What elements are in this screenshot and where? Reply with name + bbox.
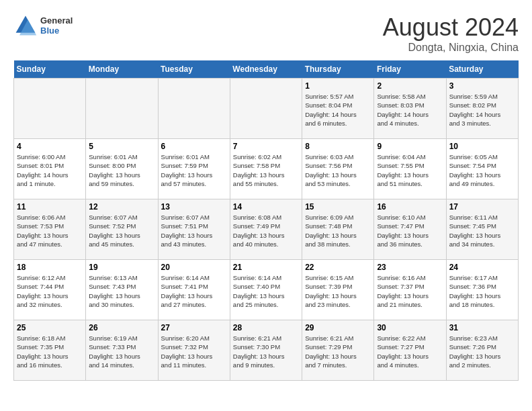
day-number: 20: [161, 263, 227, 272]
day-number: 4: [17, 142, 83, 151]
day-info: Sunrise: 6:02 AM Sunset: 7:58 PM Dayligh…: [233, 152, 299, 188]
day-cell: 20Sunrise: 6:14 AM Sunset: 7:41 PM Dayli…: [158, 260, 230, 320]
day-info: Sunrise: 6:19 AM Sunset: 7:33 PM Dayligh…: [89, 334, 154, 369]
day-cell: 12Sunrise: 6:07 AM Sunset: 7:52 PM Dayli…: [86, 199, 158, 260]
day-number: 3: [449, 81, 515, 91]
day-cell: 1Sunrise: 5:57 AM Sunset: 8:04 PM Daylig…: [302, 79, 374, 139]
day-info: Sunrise: 6:14 AM Sunset: 7:40 PM Dayligh…: [233, 273, 299, 309]
day-cell: 9Sunrise: 6:04 AM Sunset: 7:55 PM Daylig…: [374, 139, 446, 199]
day-cell: 17Sunrise: 6:11 AM Sunset: 7:45 PM Dayli…: [446, 199, 518, 260]
day-cell: 24Sunrise: 6:17 AM Sunset: 7:36 PM Dayli…: [446, 260, 518, 320]
day-info: Sunrise: 5:59 AM Sunset: 8:02 PM Dayligh…: [449, 92, 515, 128]
day-info: Sunrise: 6:23 AM Sunset: 7:26 PM Dayligh…: [449, 334, 515, 369]
day-info: Sunrise: 5:58 AM Sunset: 8:03 PM Dayligh…: [377, 92, 443, 128]
day-number: 9: [377, 142, 443, 151]
col-header-saturday: Saturday: [446, 60, 518, 79]
subtitle: Dongta, Ningxia, China: [383, 42, 519, 54]
day-number: 2: [377, 81, 443, 91]
day-number: 10: [449, 142, 515, 151]
week-row-4: 18Sunrise: 6:12 AM Sunset: 7:44 PM Dayli…: [14, 260, 519, 320]
day-cell: 23Sunrise: 6:16 AM Sunset: 7:37 PM Dayli…: [374, 260, 446, 320]
day-info: Sunrise: 6:10 AM Sunset: 7:47 PM Dayligh…: [377, 213, 443, 248]
day-cell: 18Sunrise: 6:12 AM Sunset: 7:44 PM Dayli…: [14, 260, 86, 320]
day-number: 22: [305, 263, 371, 272]
day-number: 18: [17, 263, 83, 272]
day-cell: 3Sunrise: 5:59 AM Sunset: 8:02 PM Daylig…: [446, 79, 518, 139]
day-cell: 14Sunrise: 6:08 AM Sunset: 7:49 PM Dayli…: [230, 199, 302, 260]
day-number: 27: [161, 323, 227, 332]
day-cell: 26Sunrise: 6:19 AM Sunset: 7:33 PM Dayli…: [86, 320, 158, 381]
day-cell: 15Sunrise: 6:09 AM Sunset: 7:48 PM Dayli…: [302, 199, 374, 260]
day-number: 14: [233, 202, 299, 212]
day-info: Sunrise: 6:21 AM Sunset: 7:30 PM Dayligh…: [233, 334, 299, 369]
day-cell: 10Sunrise: 6:05 AM Sunset: 7:54 PM Dayli…: [446, 139, 518, 199]
day-number: 13: [161, 202, 227, 212]
day-cell: [230, 79, 302, 139]
day-number: 11: [17, 202, 83, 212]
day-cell: 13Sunrise: 6:07 AM Sunset: 7:51 PM Dayli…: [158, 199, 230, 260]
day-info: Sunrise: 6:00 AM Sunset: 8:01 PM Dayligh…: [17, 152, 83, 188]
logo: General Blue: [13, 13, 73, 38]
logo-general: General: [40, 15, 73, 26]
day-info: Sunrise: 6:03 AM Sunset: 7:56 PM Dayligh…: [305, 152, 371, 188]
day-cell: 28Sunrise: 6:21 AM Sunset: 7:30 PM Dayli…: [230, 320, 302, 381]
day-info: Sunrise: 6:01 AM Sunset: 8:00 PM Dayligh…: [89, 152, 154, 188]
day-info: Sunrise: 6:14 AM Sunset: 7:41 PM Dayligh…: [161, 273, 227, 309]
day-info: Sunrise: 6:06 AM Sunset: 7:53 PM Dayligh…: [17, 213, 83, 248]
col-header-friday: Friday: [374, 60, 446, 79]
col-header-thursday: Thursday: [302, 60, 374, 79]
title-area: August 2024 Dongta, Ningxia, China: [383, 13, 519, 54]
day-number: 24: [449, 263, 515, 272]
day-info: Sunrise: 6:17 AM Sunset: 7:36 PM Dayligh…: [449, 273, 515, 309]
week-row-5: 25Sunrise: 6:18 AM Sunset: 7:35 PM Dayli…: [14, 320, 519, 381]
day-cell: 27Sunrise: 6:20 AM Sunset: 7:32 PM Dayli…: [158, 320, 230, 381]
day-cell: 4Sunrise: 6:00 AM Sunset: 8:01 PM Daylig…: [14, 139, 86, 199]
day-cell: 7Sunrise: 6:02 AM Sunset: 7:58 PM Daylig…: [230, 139, 302, 199]
day-cell: 8Sunrise: 6:03 AM Sunset: 7:56 PM Daylig…: [302, 139, 374, 199]
day-cell: 22Sunrise: 6:15 AM Sunset: 7:39 PM Dayli…: [302, 260, 374, 320]
day-info: Sunrise: 6:20 AM Sunset: 7:32 PM Dayligh…: [161, 334, 227, 369]
week-row-3: 11Sunrise: 6:06 AM Sunset: 7:53 PM Dayli…: [14, 199, 519, 260]
day-number: 12: [89, 202, 154, 212]
day-info: Sunrise: 6:09 AM Sunset: 7:48 PM Dayligh…: [305, 213, 371, 248]
day-number: 1: [305, 81, 371, 91]
day-info: Sunrise: 6:22 AM Sunset: 7:27 PM Dayligh…: [377, 334, 443, 369]
day-number: 15: [305, 202, 371, 212]
calendar-table: SundayMondayTuesdayWednesdayThursdayFrid…: [13, 60, 519, 381]
day-info: Sunrise: 6:15 AM Sunset: 7:39 PM Dayligh…: [305, 273, 371, 309]
col-header-sunday: Sunday: [14, 60, 86, 79]
day-info: Sunrise: 5:57 AM Sunset: 8:04 PM Dayligh…: [305, 92, 371, 128]
day-number: 26: [89, 323, 154, 332]
day-info: Sunrise: 6:07 AM Sunset: 7:52 PM Dayligh…: [89, 213, 154, 248]
day-cell: [14, 79, 86, 139]
day-number: 5: [89, 142, 154, 151]
day-number: 8: [305, 142, 371, 151]
day-number: 7: [233, 142, 299, 151]
day-info: Sunrise: 6:01 AM Sunset: 7:59 PM Dayligh…: [161, 152, 227, 188]
week-row-1: 1Sunrise: 5:57 AM Sunset: 8:04 PM Daylig…: [14, 79, 519, 139]
col-header-wednesday: Wednesday: [230, 60, 302, 79]
day-cell: 30Sunrise: 6:22 AM Sunset: 7:27 PM Dayli…: [374, 320, 446, 381]
day-number: 31: [449, 323, 515, 332]
day-number: 17: [449, 202, 515, 212]
day-info: Sunrise: 6:12 AM Sunset: 7:44 PM Dayligh…: [17, 273, 83, 309]
col-header-tuesday: Tuesday: [158, 60, 230, 79]
day-info: Sunrise: 6:13 AM Sunset: 7:43 PM Dayligh…: [89, 273, 154, 309]
day-cell: 25Sunrise: 6:18 AM Sunset: 7:35 PM Dayli…: [14, 320, 86, 381]
day-cell: [86, 79, 158, 139]
day-info: Sunrise: 6:05 AM Sunset: 7:54 PM Dayligh…: [449, 152, 515, 188]
day-number: 6: [161, 142, 227, 151]
col-header-monday: Monday: [86, 60, 158, 79]
day-cell: 31Sunrise: 6:23 AM Sunset: 7:26 PM Dayli…: [446, 320, 518, 381]
week-row-2: 4Sunrise: 6:00 AM Sunset: 8:01 PM Daylig…: [14, 139, 519, 199]
header-row: SundayMondayTuesdayWednesdayThursdayFrid…: [14, 60, 519, 79]
day-cell: 2Sunrise: 5:58 AM Sunset: 8:03 PM Daylig…: [374, 79, 446, 139]
day-cell: 29Sunrise: 6:21 AM Sunset: 7:29 PM Dayli…: [302, 320, 374, 381]
day-number: 16: [377, 202, 443, 212]
day-number: 25: [17, 323, 83, 332]
day-info: Sunrise: 6:21 AM Sunset: 7:29 PM Dayligh…: [305, 334, 371, 369]
day-info: Sunrise: 6:04 AM Sunset: 7:55 PM Dayligh…: [377, 152, 443, 188]
day-cell: 16Sunrise: 6:10 AM Sunset: 7:47 PM Dayli…: [374, 199, 446, 260]
day-number: 29: [305, 323, 371, 332]
logo-blue: Blue: [40, 26, 73, 36]
